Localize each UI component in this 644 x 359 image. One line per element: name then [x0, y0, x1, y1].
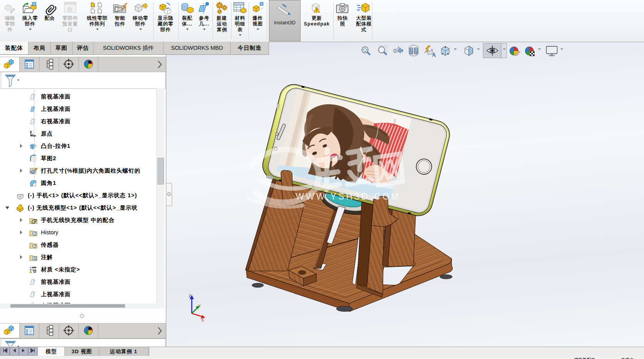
svg-text:Y: Y: [198, 303, 201, 308]
svg-text:A: A: [33, 256, 36, 260]
svg-text:Z: Z: [189, 293, 191, 298]
svg-text:A: A: [432, 52, 436, 58]
svg-text:X: X: [201, 318, 204, 322]
svg-text:!: !: [316, 8, 317, 12]
svg-text:WWW.YSH3D.COM: WWW.YSH3D.COM: [296, 191, 401, 202]
